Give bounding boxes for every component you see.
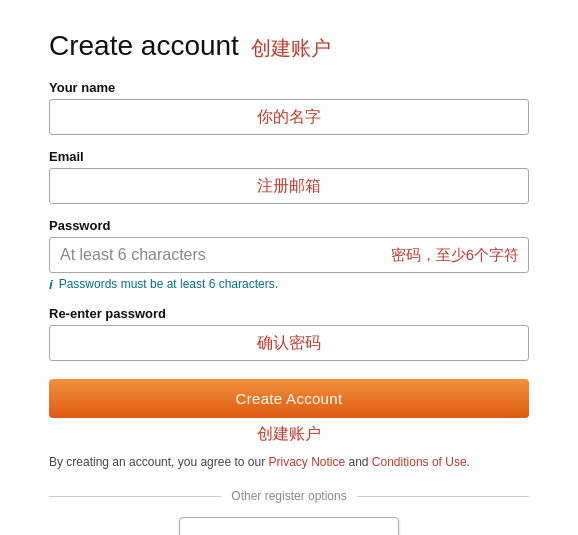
agreement-text-after: . [467, 455, 470, 469]
create-account-button[interactable]: Create Account [49, 379, 529, 418]
divider-line-left [49, 496, 221, 497]
info-icon: i [49, 277, 53, 292]
agreement-text: By creating an account, you agree to our… [49, 453, 529, 471]
email-field-group: Email [49, 149, 529, 204]
name-field-group: Your name [49, 80, 529, 135]
password-input[interactable] [49, 237, 529, 273]
amazon-login-wrapper: a Login with Amazon [49, 517, 529, 535]
svg-text:a: a [211, 530, 224, 535]
divider-text: Other register options [231, 489, 346, 503]
email-label: Email [49, 149, 529, 164]
privacy-notice-link[interactable]: Privacy Notice [268, 455, 345, 469]
create-account-zh-label: 创建账户 [49, 424, 529, 445]
page-title-en: Create account [49, 30, 239, 62]
password-input-row: 密码，至少6个字符 [49, 237, 529, 273]
divider-line-right [357, 496, 529, 497]
agreement-text-before: By creating an account, you agree to our [49, 455, 268, 469]
password-label: Password [49, 218, 529, 233]
login-with-amazon-button[interactable]: a Login with Amazon [179, 517, 399, 535]
agreement-text-middle: and [345, 455, 372, 469]
password-hint-row: i Passwords must be at least 6 character… [49, 277, 529, 292]
password-field-group: Password 密码，至少6个字符 i Passwords must be a… [49, 218, 529, 292]
reenter-field-group: Re-enter password [49, 306, 529, 361]
divider-row: Other register options [49, 489, 529, 503]
amazon-logo-icon: a [202, 528, 232, 535]
reenter-input[interactable] [49, 325, 529, 361]
email-input[interactable] [49, 168, 529, 204]
reenter-label: Re-enter password [49, 306, 529, 321]
page-title-zh: 创建账户 [251, 35, 331, 62]
name-label: Your name [49, 80, 529, 95]
name-input[interactable] [49, 99, 529, 135]
main-container: Create account 创建账户 Your name Email Pass… [29, 20, 549, 535]
conditions-link[interactable]: Conditions of Use [372, 455, 467, 469]
title-row: Create account 创建账户 [49, 30, 529, 62]
password-hint-text: Passwords must be at least 6 characters. [59, 277, 278, 291]
